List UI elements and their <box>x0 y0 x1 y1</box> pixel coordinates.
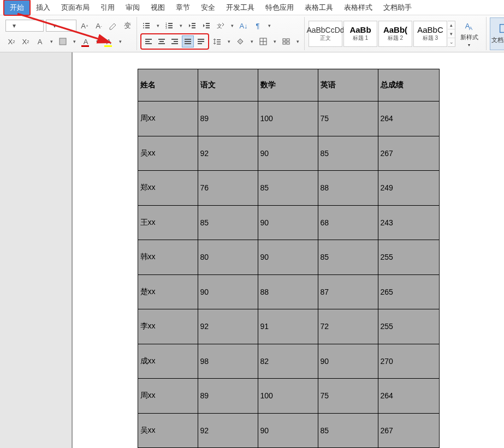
table-cell[interactable]: 90 <box>258 240 318 275</box>
table-cell[interactable]: 85 <box>198 205 258 240</box>
table-cell[interactable]: 王xx <box>138 205 198 240</box>
font-name-combo[interactable]: ▾ <box>5 20 44 32</box>
table-cell[interactable]: 265 <box>378 274 439 309</box>
style-heading1[interactable]: AaBb标题 1 <box>343 21 377 47</box>
align-justify-icon[interactable] <box>182 35 194 47</box>
font-color-caret[interactable]: ▾ <box>94 35 100 47</box>
menu-item-9[interactable]: 特色应用 <box>260 1 299 15</box>
borders-caret[interactable]: ▾ <box>271 35 278 47</box>
table-cell[interactable]: 87 <box>318 274 378 309</box>
styles-scroll[interactable]: ▴▾⌄ <box>448 21 455 47</box>
table-cell[interactable]: 91 <box>258 309 318 344</box>
table-row[interactable]: 楚xx908887265 <box>138 274 439 309</box>
menu-item-4[interactable]: 审阅 <box>120 1 145 15</box>
highlight-icon[interactable]: A <box>103 35 115 47</box>
decrease-indent-icon[interactable] <box>186 20 198 32</box>
align-distribute-icon[interactable] <box>195 35 207 47</box>
document-table[interactable]: 姓名 语文 数学 英语 总成绩 周xx8910075264吴xx92908526… <box>138 69 440 448</box>
table-row[interactable]: 吴xx929085267 <box>138 413 439 448</box>
menu-item-3[interactable]: 引用 <box>95 1 120 15</box>
table-cell[interactable]: 249 <box>378 171 439 206</box>
shading-icon[interactable] <box>234 35 246 47</box>
table-cell[interactable]: 韩xx <box>138 240 198 275</box>
line-spacing-icon[interactable] <box>211 35 223 47</box>
table-cell[interactable]: 92 <box>198 136 258 171</box>
align-left-icon[interactable] <box>143 35 155 47</box>
table-cell[interactable]: 90 <box>258 205 318 240</box>
table-header-row[interactable]: 姓名 语文 数学 英语 总成绩 <box>138 69 439 101</box>
table-cell[interactable]: 98 <box>198 344 258 379</box>
doc-helper-button[interactable]: 文档助手 <box>490 17 504 50</box>
styles-gallery[interactable]: AaBbCcDd正文 AaBb标题 1 AaBb(标题 2 AaBbC标题 3 … <box>308 21 455 47</box>
font-color-icon[interactable]: A <box>80 35 92 47</box>
text-direction-caret[interactable]: ▾ <box>229 20 235 32</box>
show-marks-caret[interactable]: ▾ <box>266 20 272 32</box>
char-shading-caret[interactable]: ▾ <box>71 35 78 47</box>
text-direction-icon[interactable]: 文 <box>215 20 227 32</box>
table-cell[interactable]: 75 <box>318 101 378 136</box>
menu-item-11[interactable]: 表格样式 <box>339 1 378 15</box>
table-cell[interactable]: 68 <box>318 205 378 240</box>
table-cell[interactable]: 80 <box>198 240 258 275</box>
table-row[interactable]: 周xx8910075264 <box>138 101 439 136</box>
table-cell[interactable]: 255 <box>378 240 439 275</box>
table-cell[interactable]: 88 <box>318 171 378 206</box>
clear-format-icon[interactable] <box>107 20 119 32</box>
menu-item-6[interactable]: 章节 <box>170 1 195 15</box>
style-normal[interactable]: AaBbCcDd正文 <box>309 21 342 47</box>
table-cell[interactable]: 楚xx <box>138 274 198 309</box>
menu-item-1[interactable]: 插入 <box>31 1 56 15</box>
highlight-caret[interactable]: ▾ <box>117 35 123 47</box>
table-cell[interactable]: 72 <box>318 309 378 344</box>
new-style-button[interactable]: AA 新样式▾ <box>455 17 483 50</box>
table-cell[interactable]: 267 <box>378 413 439 448</box>
table-row[interactable]: 郑xx768588249 <box>138 171 439 206</box>
table-cell[interactable]: 264 <box>378 379 439 414</box>
table-header-cell[interactable]: 姓名 <box>138 69 198 101</box>
table-cell[interactable]: 85 <box>318 240 378 275</box>
char-shading-icon[interactable] <box>57 35 69 47</box>
table-cell[interactable]: 郑xx <box>138 171 198 206</box>
table-cell[interactable]: 90 <box>198 274 258 309</box>
tabs-icon[interactable] <box>280 35 292 47</box>
table-cell[interactable]: 100 <box>258 101 318 136</box>
table-row[interactable]: 吴xx929085267 <box>138 136 439 171</box>
change-case-caret[interactable]: ▾ <box>48 35 55 47</box>
table-header-cell[interactable]: 英语 <box>318 69 378 101</box>
table-header-cell[interactable]: 语文 <box>198 69 258 101</box>
grow-font-icon[interactable]: A+ <box>79 20 91 32</box>
align-right-icon[interactable] <box>169 35 181 47</box>
table-cell[interactable]: 周xx <box>138 379 198 414</box>
borders-icon[interactable] <box>257 35 269 47</box>
menu-item-2[interactable]: 页面布局 <box>56 1 95 15</box>
change-case-icon[interactable]: A <box>34 35 46 47</box>
table-cell[interactable]: 264 <box>378 101 439 136</box>
table-cell[interactable]: 89 <box>198 379 258 414</box>
tabs-caret[interactable]: ▾ <box>294 35 301 47</box>
phonetic-guide-icon[interactable]: 变 <box>121 20 133 32</box>
table-header-cell[interactable]: 数学 <box>258 69 318 101</box>
table-cell[interactable]: 92 <box>198 413 258 448</box>
align-center-icon[interactable] <box>156 35 168 47</box>
line-spacing-caret[interactable]: ▾ <box>226 35 232 47</box>
table-cell[interactable]: 243 <box>378 205 439 240</box>
table-cell[interactable]: 85 <box>318 413 378 448</box>
table-cell[interactable]: 88 <box>258 274 318 309</box>
table-cell[interactable]: 92 <box>198 309 258 344</box>
table-row[interactable]: 韩xx809085255 <box>138 240 439 275</box>
menu-item-7[interactable]: 安全 <box>195 1 221 15</box>
superscript-icon[interactable]: X2 <box>5 35 17 47</box>
number-list-icon[interactable]: 123 <box>163 20 175 32</box>
table-cell[interactable]: 成xx <box>138 344 198 379</box>
menu-item-0[interactable]: 开始 <box>3 0 31 16</box>
table-cell[interactable]: 267 <box>378 136 439 171</box>
table-cell[interactable]: 85 <box>318 136 378 171</box>
shading-caret[interactable]: ▾ <box>248 35 255 47</box>
table-cell[interactable]: 吴xx <box>138 413 198 448</box>
menu-item-8[interactable]: 开发工具 <box>221 1 260 15</box>
show-marks-icon[interactable]: ¶ <box>252 20 264 32</box>
table-cell[interactable]: 76 <box>198 171 258 206</box>
table-cell[interactable]: 90 <box>318 344 378 379</box>
style-heading2[interactable]: AaBb(标题 2 <box>378 21 412 47</box>
number-list-caret[interactable]: ▾ <box>177 20 184 32</box>
